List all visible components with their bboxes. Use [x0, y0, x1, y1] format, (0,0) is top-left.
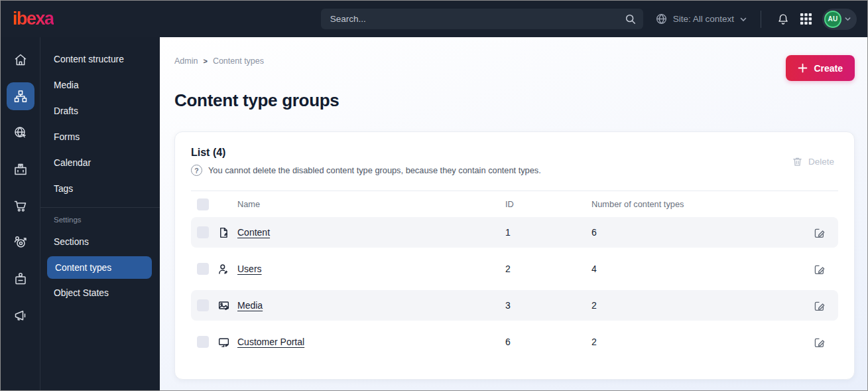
search-input[interactable] — [330, 14, 625, 24]
app-grid-icon — [800, 13, 812, 25]
group-name-link[interactable]: Customer Portal — [237, 337, 304, 347]
row-checkbox[interactable] — [197, 226, 209, 238]
app-window: ibexa Site: All context — [0, 0, 868, 391]
chevron-down-icon — [739, 15, 747, 23]
breadcrumb-separator: > — [203, 57, 207, 65]
portal-monitor-edit-icon — [217, 336, 230, 349]
rail-item-marketing[interactable] — [7, 301, 34, 329]
delete-button[interactable]: Delete — [788, 153, 838, 170]
breadcrumb-admin[interactable]: Admin — [174, 56, 198, 66]
table-row: Media 3 2 — [191, 290, 838, 321]
products-box-icon — [13, 161, 29, 177]
row-checkbox[interactable] — [197, 299, 209, 311]
group-count: 6 — [591, 227, 809, 238]
table-row: Users 2 4 — [191, 254, 838, 284]
group-id: 2 — [505, 264, 591, 274]
group-name-link[interactable]: Users — [237, 264, 262, 274]
group-name-link[interactable]: Content — [237, 227, 270, 238]
rail-item-products[interactable] — [7, 155, 34, 183]
personalization-target-icon — [13, 234, 29, 250]
column-header-count: Number of content types — [591, 199, 809, 209]
topbar-controls: Site: All context AU — [655, 8, 857, 31]
content-file-edit-icon — [217, 226, 230, 239]
ibexa-logo[interactable]: ibexa — [13, 9, 54, 29]
column-header-name: Name — [237, 199, 505, 209]
group-count: 2 — [591, 337, 809, 347]
search-icon[interactable] — [625, 13, 637, 25]
icon-rail — [1, 37, 40, 390]
rail-item-personalization[interactable] — [7, 228, 34, 256]
sidebar-item-drafts[interactable]: Drafts — [40, 98, 160, 124]
sidebar-divider — [40, 207, 160, 208]
sidebar-section-settings: Settings — [40, 212, 160, 229]
plus-icon — [798, 63, 808, 73]
topbar-divider — [761, 11, 761, 28]
breadcrumb: Admin > Content types — [174, 55, 264, 66]
edit-button[interactable] — [809, 295, 829, 315]
sidebar-item-content-structure[interactable]: Content structure — [40, 46, 160, 72]
global-search[interactable] — [321, 9, 643, 29]
sidebar-item-tags[interactable]: Tags — [40, 176, 160, 202]
content-type-groups-card: List (4) ? You cannot delete the disable… — [174, 131, 855, 380]
group-id: 6 — [505, 337, 591, 347]
info-message: ? You cannot delete the disabled content… — [191, 165, 788, 176]
group-id: 3 — [505, 300, 591, 311]
main-content: Admin > Content types Create Content typ… — [160, 37, 867, 390]
info-text: You cannot delete the disabled content t… — [208, 165, 541, 175]
group-count: 2 — [591, 300, 809, 311]
bell-icon — [776, 13, 790, 26]
site-globe-icon — [13, 125, 29, 141]
home-icon — [13, 52, 29, 68]
user-menu[interactable]: AU — [822, 9, 857, 30]
sidebar-menu: Content structure Media Drafts Forms Cal… — [40, 37, 160, 390]
group-name-link[interactable]: Media — [237, 300, 263, 311]
content-tree-icon — [13, 88, 29, 104]
edit-button[interactable] — [809, 259, 829, 279]
app-switcher-button[interactable] — [794, 8, 817, 31]
row-checkbox[interactable] — [197, 336, 209, 348]
notifications-button[interactable] — [772, 8, 794, 31]
site-context-label: Site: All context — [673, 14, 734, 24]
sidebar-item-forms[interactable]: Forms — [40, 124, 160, 150]
rail-item-commerce[interactable] — [7, 192, 34, 220]
table-header: Name ID Number of content types — [191, 191, 838, 217]
breadcrumb-content-types: Content types — [213, 56, 264, 66]
select-all-checkbox[interactable] — [197, 198, 209, 210]
rail-item-content[interactable] — [7, 82, 34, 110]
list-count-title: List (4) — [191, 147, 788, 159]
site-context-selector[interactable]: Site: All context — [655, 13, 747, 25]
group-id: 1 — [505, 227, 591, 238]
table-row: Content 1 6 — [191, 217, 838, 248]
rail-item-site[interactable] — [7, 119, 34, 147]
admin-badge-icon — [13, 271, 29, 287]
rail-item-admin[interactable] — [7, 265, 34, 293]
sidebar-item-sections[interactable]: Sections — [40, 229, 160, 255]
table-row: Customer Portal 6 2 — [191, 327, 838, 357]
sidebar-item-calendar[interactable]: Calendar — [40, 150, 160, 176]
create-button[interactable]: Create — [786, 55, 855, 81]
row-checkbox[interactable] — [197, 263, 209, 275]
avatar: AU — [824, 11, 841, 28]
edit-button[interactable] — [809, 332, 829, 352]
help-icon: ? — [191, 165, 202, 176]
sidebar-item-object-states[interactable]: Object States — [40, 280, 160, 306]
sidebar-item-media[interactable]: Media — [40, 72, 160, 98]
globe-icon — [655, 13, 668, 25]
edit-button[interactable] — [809, 222, 829, 242]
sidebar-item-content-types[interactable]: Content types — [47, 256, 152, 279]
content-type-groups-table: Name ID Number of content types Content … — [191, 191, 838, 363]
chevron-down-icon — [844, 15, 851, 23]
page-title: Content type groups — [174, 90, 858, 111]
column-header-id: ID — [505, 199, 591, 209]
marketing-megaphone-icon — [13, 307, 29, 323]
users-edit-icon — [217, 263, 230, 275]
rail-item-dashboard[interactable] — [7, 46, 34, 74]
top-bar: ibexa Site: All context — [1, 1, 867, 37]
trash-icon — [792, 156, 803, 167]
group-count: 4 — [591, 264, 809, 274]
media-image-edit-icon — [217, 299, 230, 312]
commerce-cart-icon — [13, 198, 29, 214]
